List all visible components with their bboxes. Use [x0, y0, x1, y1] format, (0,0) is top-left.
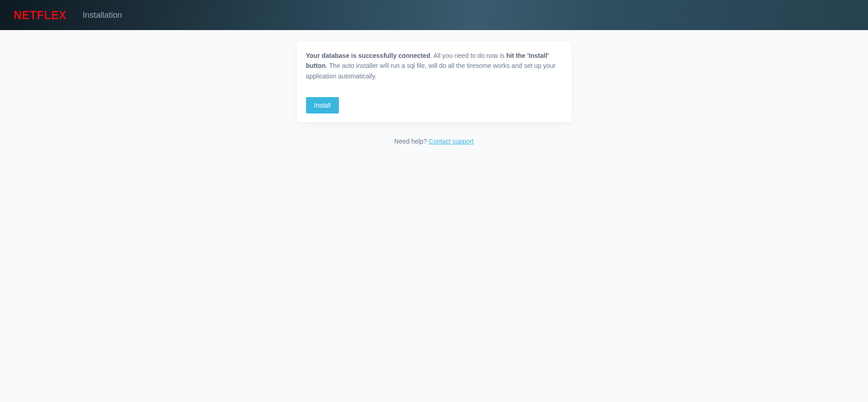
- header: NETFLEX Installation: [0, 0, 868, 30]
- footer: Need help? Contact support: [0, 137, 868, 145]
- contact-support-link[interactable]: Contact support: [429, 138, 474, 145]
- message-text-2: . The auto installer will run a sql file…: [306, 62, 556, 79]
- logo: NETFLEX: [14, 8, 67, 22]
- message-emphasis-1: Your database is successfully connected: [306, 52, 431, 59]
- message-text-1: . All you need to do now is: [430, 52, 506, 59]
- install-button[interactable]: Install: [306, 97, 339, 113]
- installation-message: Your database is successfully connected.…: [306, 51, 562, 81]
- installation-card: Your database is successfully connected.…: [297, 41, 572, 123]
- help-text: Need help?: [394, 138, 429, 145]
- main-container: Your database is successfully connected.…: [297, 41, 572, 123]
- page-title: Installation: [83, 10, 122, 20]
